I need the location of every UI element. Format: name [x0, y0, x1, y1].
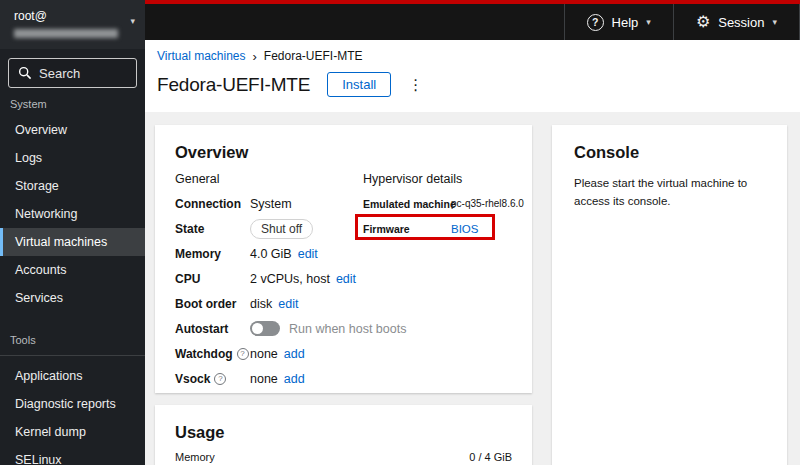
autostart-row: Autostart Run when host boots [175, 316, 355, 341]
sidebar-item-diagnostic-reports[interactable]: Diagnostic reports [0, 390, 145, 418]
sidebar-item-networking[interactable]: Networking [0, 200, 145, 228]
sidebar-item-logs[interactable]: Logs [0, 144, 145, 172]
console-message: Please start the virtual machine to acce… [574, 175, 765, 211]
emulated-machine-value: pc-q35-rhel8.6.0 [451, 198, 524, 209]
watchdog-value: none [250, 347, 278, 361]
session-menu-label: Session [718, 15, 764, 30]
breadcrumb-separator-icon: › [253, 50, 257, 63]
general-section-header: General [175, 172, 219, 186]
emulated-machine-label: Emulated machine [363, 198, 451, 210]
breadcrumb: Virtual machines › Fedora-UEFI-MTE [157, 49, 784, 63]
overview-card-title: Overview [175, 143, 512, 162]
chevron-down-icon: ▾ [130, 17, 135, 26]
connection-label: Connection [175, 197, 250, 211]
watchdog-add-link[interactable]: add [284, 347, 305, 361]
vsock-value: none [250, 372, 278, 386]
sidebar-item-overview[interactable]: Overview [0, 116, 145, 144]
vsock-add-link[interactable]: add [284, 372, 305, 386]
usage-memory-value: 0 / 4 GiB [469, 451, 512, 463]
boot-order-row: Boot order disk edit [175, 291, 355, 316]
nav-section-system: System [10, 98, 135, 110]
boot-order-label: Boot order [175, 297, 250, 311]
cpu-value: 2 vCPUs, host [250, 272, 330, 286]
nav-system-list: Overview Logs Storage Networking Virtual… [0, 116, 145, 312]
autostart-label: Autostart [175, 322, 250, 336]
connection-row: Connection System [175, 191, 355, 216]
content-area: Overview General Connection System State… [145, 112, 800, 465]
firmware-row: Firmware BIOS [363, 216, 512, 241]
account-menu[interactable]: root@ ▾ [0, 0, 145, 49]
sidebar-item-selinux[interactable]: SELinux [0, 446, 145, 465]
cpu-label: CPU [175, 272, 250, 286]
firmware-value-link[interactable]: BIOS [451, 223, 478, 235]
session-menu[interactable]: ⚙ Session ▾ [673, 4, 800, 40]
console-card-title: Console [574, 143, 765, 162]
sidebar-item-applications[interactable]: Applications [0, 362, 145, 390]
state-label: State [175, 222, 250, 236]
cpu-edit-link[interactable]: edit [336, 272, 356, 286]
sidebar-item-kernel-dump[interactable]: Kernel dump [0, 418, 145, 446]
memory-label: Memory [175, 247, 250, 261]
vsock-row: Vsock ? none add [175, 366, 355, 391]
sidebar-item-services[interactable]: Services [0, 284, 145, 312]
main-area: Virtual machines › Fedora-UEFI-MTE Fedor… [145, 40, 800, 465]
sidebar: root@ ▾ System Overview Logs Storage Net… [0, 0, 145, 465]
sidebar-item-virtual-machines[interactable]: Virtual machines [0, 228, 145, 256]
connection-value: System [250, 197, 292, 211]
masthead: ? Help ▾ ⚙ Session ▾ [145, 0, 800, 40]
chevron-down-icon: ▾ [772, 18, 777, 27]
memory-value: 4.0 GiB [250, 247, 292, 261]
console-card: Console Please start the virtual machine… [552, 125, 787, 465]
watchdog-row: Watchdog ? none add [175, 341, 355, 366]
vsock-label: Vsock [175, 372, 210, 386]
boot-order-value: disk [250, 297, 272, 311]
install-button[interactable]: Install [327, 72, 391, 97]
boot-order-edit-link[interactable]: edit [278, 297, 298, 311]
help-menu[interactable]: ? Help ▾ [564, 4, 673, 40]
sidebar-item-storage[interactable]: Storage [0, 172, 145, 200]
breadcrumb-link-virtual-machines[interactable]: Virtual machines [157, 49, 246, 63]
gear-icon: ⚙ [696, 14, 710, 30]
account-username: root@ [14, 9, 131, 23]
state-row: State Shut off [175, 216, 355, 241]
autostart-toggle[interactable] [250, 321, 280, 336]
hypervisor-section-header: Hypervisor details [363, 172, 462, 186]
page-title: Fedora-UEFI-MTE [157, 74, 310, 96]
help-menu-label: Help [612, 15, 639, 30]
memory-edit-link[interactable]: edit [298, 247, 318, 261]
usage-card: Usage Memory 0 / 4 GiB [155, 405, 532, 465]
watchdog-label: Watchdog [175, 347, 233, 361]
kebab-menu-icon[interactable]: ⋮ [408, 77, 423, 92]
help-icon[interactable]: ? [237, 348, 249, 360]
memory-row: Memory 4.0 GiB edit [175, 241, 355, 266]
search-input[interactable] [39, 66, 127, 81]
overview-card: Overview General Connection System State… [155, 125, 532, 393]
help-icon[interactable]: ? [214, 373, 226, 385]
search-box[interactable] [8, 58, 137, 88]
usage-memory-label: Memory [175, 451, 215, 463]
emulated-machine-row: Emulated machine pc-q35-rhel8.6.0 [363, 191, 512, 216]
help-icon: ? [587, 14, 604, 31]
firmware-label: Firmware [363, 223, 451, 235]
breadcrumb-current: Fedora-UEFI-MTE [264, 49, 363, 63]
search-icon [18, 66, 32, 80]
chevron-down-icon: ▾ [646, 18, 651, 27]
usage-card-title: Usage [175, 423, 512, 442]
page-header: Virtual machines › Fedora-UEFI-MTE Fedor… [145, 40, 800, 112]
cpu-row: CPU 2 vCPUs, host edit [175, 266, 355, 291]
hostname-redacted [14, 29, 118, 38]
vm-state-badge: Shut off [250, 219, 313, 239]
nav-section-tools: Tools [0, 334, 145, 356]
nav-tools-list: Applications Diagnostic reports Kernel d… [0, 362, 145, 465]
sidebar-item-accounts[interactable]: Accounts [0, 256, 145, 284]
